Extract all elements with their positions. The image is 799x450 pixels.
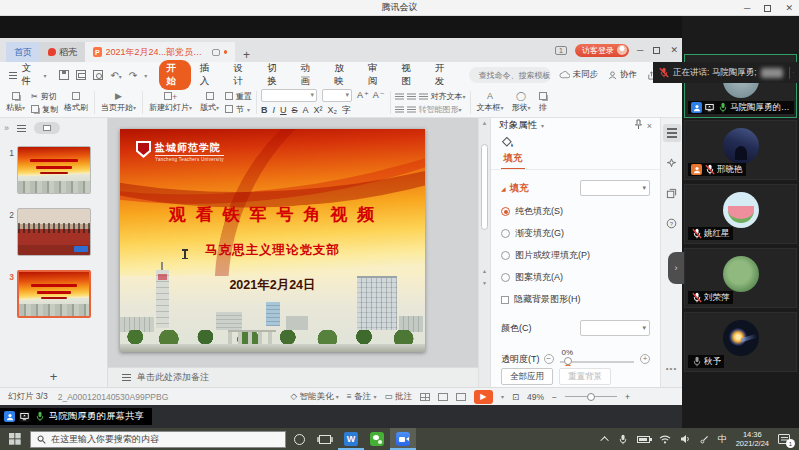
previous-slide-button[interactable]: ▲	[482, 268, 487, 274]
start-button[interactable]	[0, 428, 30, 450]
format-x²-button[interactable]: X²	[314, 105, 323, 115]
format-u-button[interactable]: U	[280, 105, 287, 115]
align-text-button[interactable]: 对齐文本▾	[431, 91, 466, 102]
zoom-out-button[interactable]: −	[552, 392, 557, 402]
numbering-icon[interactable]	[407, 109, 416, 110]
notes-bar[interactable]: 单击此处添加备注	[108, 367, 478, 387]
layout-button[interactable]: 版式▾	[198, 89, 221, 116]
bullets-icon[interactable]	[395, 109, 404, 110]
slide-view-toggle[interactable]	[34, 122, 60, 134]
fill-option-0[interactable]: 纯色填充(S)	[501, 205, 650, 218]
sync-status-button[interactable]: 未同步	[559, 69, 599, 81]
wps-restore-button[interactable]	[653, 47, 660, 54]
print-preview-icon[interactable]	[93, 70, 103, 80]
zoom-percent[interactable]: 49%	[527, 392, 544, 402]
scroll-up-arrow[interactable]: ▲	[479, 120, 490, 126]
format-x₂-button[interactable]: X₂	[328, 105, 338, 115]
alpha-knob[interactable]	[564, 357, 572, 365]
battery-icon[interactable]	[637, 436, 650, 443]
paste-button[interactable]: 粘贴▾	[4, 89, 27, 116]
align-left-icon[interactable]	[395, 96, 404, 97]
undo-icon[interactable]: ↶▾	[110, 70, 121, 81]
window-count-icon[interactable]: 1	[555, 46, 567, 55]
volume-icon[interactable]	[680, 434, 691, 444]
command-search-box[interactable]: 查找命令、搜索模板	[469, 67, 550, 83]
ribbon-tab-插入[interactable]: 插入	[193, 60, 225, 90]
share-pill[interactable]: 马院陶厚勇的屏幕共享	[0, 408, 152, 425]
wps-minimize-button[interactable]: ─	[637, 45, 643, 55]
tab-docer[interactable]: 稻壳	[40, 42, 85, 62]
ribbon-tab-开始[interactable]: 开始	[159, 60, 191, 90]
slide-subtitle[interactable]: 马克思主义理论党支部	[120, 242, 425, 259]
properties-dropdown-icon[interactable]: ▾	[541, 122, 544, 129]
slide-thumbnail-2[interactable]: 2	[2, 208, 101, 256]
participant-tile-3[interactable]: 刘荣萍	[684, 248, 797, 308]
beautify-button[interactable]: ◇ 智能美化 ▾	[290, 391, 338, 403]
tab-document[interactable]: P 2021年2月24...部党员会议 (2)	[85, 42, 235, 62]
back-arrow-icon[interactable]	[793, 68, 794, 77]
reading-view-icon[interactable]	[456, 393, 466, 401]
format-b-button[interactable]: B	[261, 105, 268, 115]
more-options-icon[interactable]: •••	[666, 364, 677, 373]
zoom-knob[interactable]	[587, 393, 595, 401]
ribbon-tab-设计[interactable]: 设计	[226, 60, 258, 90]
taskbar-clock[interactable]: 14:36 2021/2/24	[736, 430, 769, 449]
effects-tool-icon[interactable]	[663, 154, 681, 172]
scrollbar-thumb[interactable]	[481, 144, 488, 230]
participant-tile-1[interactable]: 邢晓艳	[684, 120, 797, 180]
print-icon[interactable]	[76, 70, 86, 80]
help-tool-icon[interactable]: ?	[663, 214, 681, 232]
format-painter-button[interactable]: 格式刷	[62, 89, 90, 116]
ribbon-tab-审阅[interactable]: 审阅	[361, 60, 393, 90]
play-options-icon[interactable]: ▾	[501, 393, 504, 400]
ribbon-tab-视图[interactable]: 视图	[394, 60, 426, 90]
slide[interactable]: 盐城师范学院 Yancheng Teachers University 观 看 …	[120, 129, 425, 352]
wifi-icon[interactable]	[659, 435, 671, 444]
font-grow-shrink[interactable]: A⁺ A⁻	[357, 90, 386, 100]
play-from-page-button[interactable]: ▶当页开始▾	[99, 89, 138, 116]
save-icon[interactable]	[59, 70, 69, 80]
tab-home[interactable]: 首页	[6, 42, 40, 62]
slide-thumbnail-1[interactable]: 1	[2, 146, 101, 194]
add-slide-button[interactable]: +	[0, 365, 107, 387]
cortana-button[interactable]	[286, 428, 312, 450]
taskbar-wps-icon[interactable]: W	[338, 428, 364, 450]
reset-button[interactable]: 重置	[225, 91, 252, 102]
ime-indicator[interactable]: 中	[718, 433, 727, 446]
tray-mic-icon[interactable]	[618, 434, 628, 445]
taskbar-meeting-icon[interactable]	[390, 428, 416, 450]
format-字-button[interactable]: 字	[342, 104, 351, 117]
alpha-minus-button[interactable]: −	[544, 354, 554, 364]
hide-background-checkbox[interactable]: 隐藏背景图形(H)	[501, 293, 650, 306]
outline-view-icon[interactable]	[17, 128, 26, 129]
fill-option-1[interactable]: 渐变填充(G)	[501, 227, 650, 240]
ribbon-tab-切换[interactable]: 切换	[260, 60, 292, 90]
slide-title[interactable]: 观 看 铁 军 号 角 视 频	[120, 203, 425, 226]
collaborate-button[interactable]: 协作	[608, 69, 637, 81]
shapes-button[interactable]: ◯形状▾	[510, 89, 533, 116]
task-view-button[interactable]	[312, 428, 338, 450]
section-collapse-icon[interactable]: ◢	[501, 185, 506, 192]
action-center-icon[interactable]: 1	[778, 434, 790, 444]
fill-option-2[interactable]: 图片或纹理填充(P)	[501, 249, 650, 262]
participant-tile-2[interactable]: 姚红星	[684, 184, 797, 244]
slide-date[interactable]: 2021年2月24日	[120, 277, 425, 294]
customize-quickbar-icon[interactable]: ▾	[144, 72, 147, 79]
alpha-plus-button[interactable]: +	[640, 354, 650, 364]
alpha-slider[interactable]: 0%	[560, 352, 635, 366]
sorter-view-icon[interactable]	[438, 393, 448, 401]
vertical-scrollbar[interactable]: ▲ ▲ ▼	[478, 118, 490, 387]
taskbar-wechat-icon[interactable]	[364, 428, 390, 450]
align-right-icon[interactable]	[419, 96, 428, 97]
tray-expand-icon[interactable]	[603, 436, 609, 442]
duplicate-tool-icon[interactable]	[663, 184, 681, 202]
ribbon-tab-动画[interactable]: 动画	[294, 60, 326, 90]
zoom-in-button[interactable]: +	[625, 392, 630, 402]
apply-all-button[interactable]: 全部应用	[501, 368, 553, 385]
fill-preset-select[interactable]: ▾	[580, 180, 650, 196]
wps-close-button[interactable]: ✕	[670, 45, 678, 55]
redo-icon[interactable]: ↷	[129, 70, 137, 81]
meeting-maximize-button[interactable]	[764, 5, 771, 12]
zoom-slider[interactable]	[565, 392, 617, 402]
color-select[interactable]: ▾	[580, 320, 650, 336]
